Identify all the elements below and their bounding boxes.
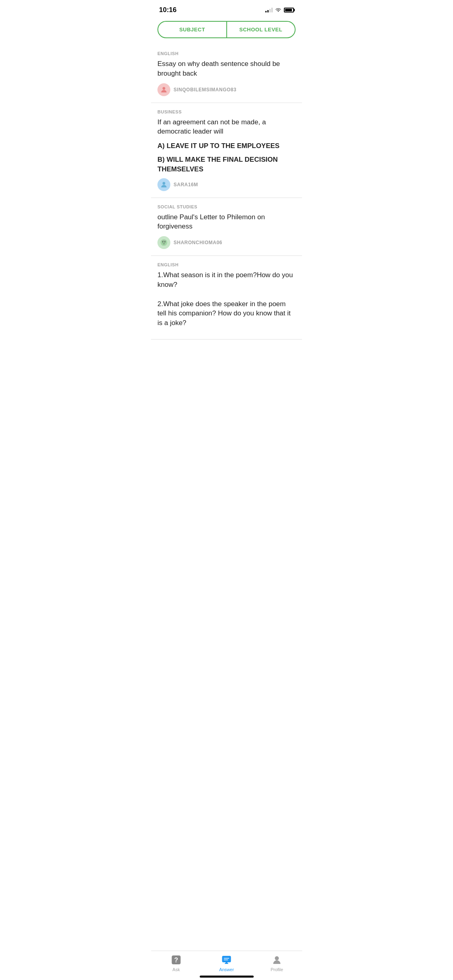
subject-label: ENGLISH [157,262,296,267]
svg-point-3 [162,241,163,243]
question-item[interactable]: ENGLISH 1.What season is it in the poem?… [151,256,302,340]
avatar [157,178,170,191]
question-text: 1.What season is it in the poem?How do y… [157,270,296,328]
questions-list: ENGLISH Essay on why death sentence shou… [151,45,302,372]
question-text: outline Paul's Letter to Philemon on for… [157,212,296,232]
battery-icon [284,8,294,12]
user-row: SHARONCHIOMA06 [157,236,296,249]
user-row: SINQOBILEMSIMANGO83 [157,83,296,96]
avatar [157,83,170,96]
answer-option-a: A) LEAVE IT UP TO THE EMPLOYEES [157,141,296,151]
user-row: SARA16M [157,178,296,191]
status-icons [265,8,294,12]
signal-icon [265,8,273,12]
username: SARA16M [174,182,198,187]
avatar [157,236,170,249]
question-item[interactable]: ENGLISH Essay on why death sentence shou… [151,45,302,103]
subject-label: SOCIAL STUDIES [157,204,296,209]
tab-subject[interactable]: SUBJECT [158,22,226,37]
status-bar: 10:16 [151,0,302,18]
svg-point-2 [161,239,168,246]
wifi-icon [275,8,281,12]
tab-switcher[interactable]: SUBJECT SCHOOL LEVEL [157,21,296,38]
username: SINQOBILEMSIMANGO83 [174,87,236,93]
subject-label: BUSINESS [157,109,296,114]
svg-point-1 [163,182,165,185]
question-item[interactable]: BUSINESS If an agreement can not be made… [151,103,302,198]
svg-point-4 [164,241,165,243]
answer-option-b: B) WILL MAKE THE FINAL DECISION THEMSELV… [157,155,296,174]
subject-label: ENGLISH [157,51,296,56]
question-item[interactable]: SOCIAL STUDIES outline Paul's Letter to … [151,198,302,256]
question-text: If an agreement can not be made, a democ… [157,117,296,137]
question-text: Essay on why death sentence should be br… [157,59,296,78]
tab-school-level[interactable]: SCHOOL LEVEL [227,22,295,37]
username: SHARONCHIOMA06 [174,240,222,245]
svg-point-0 [163,87,165,90]
status-time: 10:16 [159,6,176,14]
